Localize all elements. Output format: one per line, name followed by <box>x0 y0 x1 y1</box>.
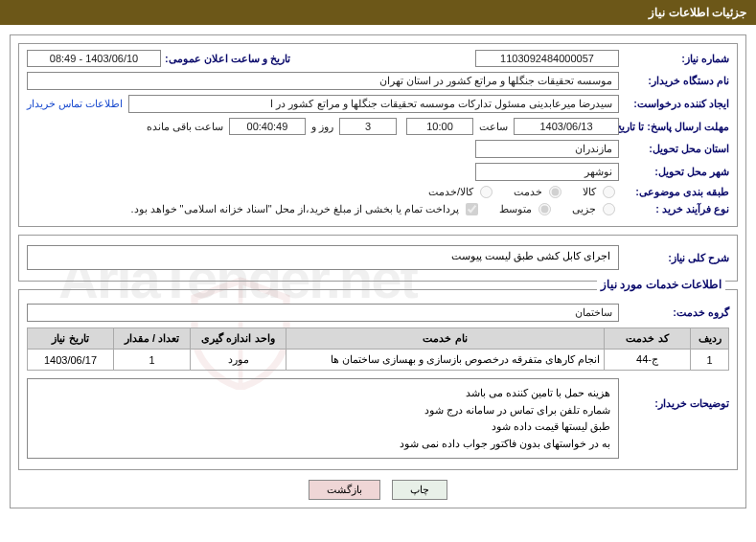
purchase-type-medium-radio[interactable] <box>538 203 551 215</box>
purchase-type-minor-radio[interactable] <box>603 203 615 215</box>
buyer-notes-label: توضیحات خریدار: <box>619 378 729 410</box>
row-buyer-org: نام دستگاه خریدار: موسسه تحقیقات جنگلها … <box>27 72 729 90</box>
buyer-notes-line: هزینه حمل با تامین کننده می باشد <box>35 385 610 402</box>
row-category: طبقه بندی موضوعی: کالا خدمت کالا/خدمت <box>27 186 729 198</box>
category-label: طبقه بندی موضوعی: <box>619 186 729 198</box>
page-title: جزئیات اطلاعات نیاز <box>0 0 756 25</box>
table-row: 1 ج-44 انجام کارهای متفرقه درخصوص بازساز… <box>28 350 729 371</box>
category-goods-radio[interactable] <box>603 186 615 198</box>
services-box: اطلاعات خدمات مورد نیاز گروه خدمت: ساختم… <box>18 289 738 470</box>
deadline-date-value: 1403/06/13 <box>514 118 619 135</box>
print-button[interactable]: چاپ <box>392 480 447 500</box>
buyer-notes-line: شماره تلفن برای تماس در سامانه درج شود <box>35 402 610 419</box>
td-need-date: 1403/06/17 <box>28 350 114 371</box>
th-unit: واحد اندازه گیری <box>191 328 286 350</box>
services-info-title: اطلاعات خدمات مورد نیاز <box>597 278 725 291</box>
delivery-province-value: مازندران <box>475 140 619 158</box>
category-service-radio[interactable] <box>549 186 561 198</box>
days-and-label: روز و <box>306 121 339 133</box>
th-qty: تعداد / مقدار <box>114 328 191 350</box>
need-desc-value: اجرای کابل کشی طبق لیست پیوست <box>27 245 619 270</box>
deadline-time-value: 10:00 <box>406 118 473 135</box>
category-goods-service-label: کالا/خدمت <box>428 186 473 198</box>
td-qty: 1 <box>114 350 191 371</box>
button-row: چاپ بازگشت <box>18 480 738 500</box>
row-delivery-province: استان محل تحویل: مازندران <box>27 140 729 158</box>
buyer-notes-line: طبق لیستها قیمت داده شود <box>35 418 610 436</box>
announce-datetime-label: تاریخ و ساعت اعلان عمومی: <box>161 53 290 65</box>
row-deadline: مهلت ارسال پاسخ: تا تاریخ: 1403/06/13 سا… <box>27 118 729 135</box>
category-goods-service-radio[interactable] <box>480 186 493 198</box>
remaining-label: ساعت باقی مانده <box>141 121 229 133</box>
service-group-label: گروه خدمت: <box>619 306 729 319</box>
th-row: ردیف <box>691 328 729 350</box>
buyer-contact-link[interactable]: اطلاعات تماس خریدار <box>27 98 123 110</box>
buyer-notes-line: به در خواستهای بدون فاکتور جواب داده نمی… <box>35 436 610 453</box>
time-label: ساعت <box>473 121 514 133</box>
row-purchase-type: نوع فرآیند خرید : جزیی متوسط پرداخت تمام… <box>27 203 729 215</box>
main-container: AriaTender.net شماره نیاز: 1103092484000… <box>10 34 746 508</box>
need-desc-box: شرح کلی نیاز: اجرای کابل کشی طبق لیست پی… <box>18 235 738 282</box>
purchase-type-medium-label: متوسط <box>499 203 532 215</box>
buyer-org-value: موسسه تحقیقات جنگلها و مراتع کشور در است… <box>27 72 619 90</box>
need-desc-label: شرح کلی نیاز: <box>619 252 729 264</box>
th-need-date: تاریخ نیاز <box>28 328 114 350</box>
delivery-city-label: شهر محل تحویل: <box>619 166 729 178</box>
row-requester: ایجاد کننده درخواست: سیدرضا میرعابدینی م… <box>27 95 729 113</box>
buyer-notes-value: هزینه حمل با تامین کننده می باشد شماره ت… <box>27 378 619 459</box>
days-value: 3 <box>339 118 397 135</box>
row-delivery-city: شهر محل تحویل: نوشهر <box>27 163 729 181</box>
back-button[interactable]: بازگشت <box>309 480 380 500</box>
td-service-name: انجام کارهای متفرقه درخصوص بازسازی و بهس… <box>286 350 605 371</box>
treasury-note: پرداخت تمام یا بخشی از مبلغ خرید،از محل … <box>130 203 459 215</box>
table-header-row: ردیف کد خدمت نام خدمت واحد اندازه گیری ت… <box>28 328 729 350</box>
need-info-box: شماره نیاز: 1103092484000057 تاریخ و ساع… <box>18 43 738 227</box>
services-table: ردیف کد خدمت نام خدمت واحد اندازه گیری ت… <box>27 327 729 371</box>
deadline-label: مهلت ارسال پاسخ: تا تاریخ: <box>619 121 729 133</box>
purchase-type-minor-label: جزیی <box>572 203 596 215</box>
th-service-name: نام خدمت <box>286 328 605 350</box>
need-number-value: 1103092484000057 <box>475 50 619 67</box>
requester-value: سیدرضا میرعابدینی مسئول تدارکات موسسه تح… <box>128 95 619 113</box>
treasury-checkbox[interactable] <box>466 203 478 215</box>
th-service-code: کد خدمت <box>605 328 691 350</box>
countdown-value: 00:40:49 <box>229 118 306 135</box>
buyer-org-label: نام دستگاه خریدار: <box>619 75 729 87</box>
delivery-city-value: نوشهر <box>475 163 619 181</box>
need-number-label: شماره نیاز: <box>619 53 729 65</box>
announce-datetime-value: 1403/06/10 - 08:49 <box>27 50 161 67</box>
category-service-label: خدمت <box>514 186 542 198</box>
row-need-number: شماره نیاز: 1103092484000057 تاریخ و ساع… <box>27 50 729 67</box>
service-group-value: ساختمان <box>27 304 619 322</box>
purchase-type-label: نوع فرآیند خرید : <box>619 203 729 215</box>
category-goods-label: کالا <box>583 186 596 198</box>
td-row: 1 <box>691 350 729 371</box>
td-unit: مورد <box>191 350 286 371</box>
td-service-code: ج-44 <box>605 350 691 371</box>
delivery-province-label: استان محل تحویل: <box>619 143 729 155</box>
requester-label: ایجاد کننده درخواست: <box>619 98 729 110</box>
